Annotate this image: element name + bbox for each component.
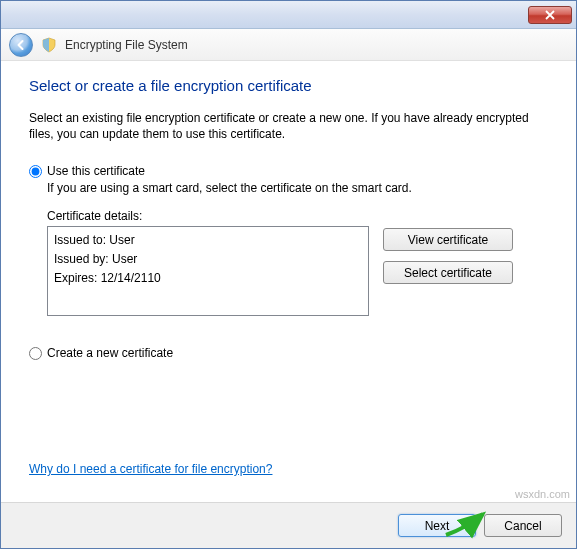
- window-title: Encrypting File System: [65, 38, 188, 52]
- header-strip: Encrypting File System: [1, 29, 576, 61]
- page-heading: Select or create a file encryption certi…: [29, 77, 548, 94]
- page-description: Select an existing file encryption certi…: [29, 110, 548, 142]
- close-button[interactable]: [528, 6, 572, 24]
- view-certificate-button[interactable]: View certificate: [383, 228, 513, 251]
- wizard-window: Encrypting File System Select or create …: [0, 0, 577, 549]
- certificate-details-box: Issued to: User Issued by: User Expires:…: [47, 226, 369, 316]
- radio-use-input[interactable]: [29, 165, 42, 178]
- watermark: wsxdn.com: [515, 488, 570, 500]
- radio-create-input[interactable]: [29, 347, 42, 360]
- option-use-certificate: Use this certificate If you are using a …: [29, 164, 548, 316]
- shield-icon: [41, 37, 57, 53]
- use-certificate-subtext: If you are using a smart card, select th…: [47, 181, 548, 195]
- certificate-details-label: Certificate details:: [47, 209, 548, 223]
- select-certificate-button[interactable]: Select certificate: [383, 261, 513, 284]
- cert-expires: Expires: 12/14/2110: [54, 269, 362, 288]
- footer-bar: Next Cancel: [1, 502, 576, 548]
- next-button[interactable]: Next: [398, 514, 476, 537]
- radio-create-certificate[interactable]: Create a new certificate: [29, 346, 548, 360]
- cert-issued-by: Issued by: User: [54, 250, 362, 269]
- radio-create-label: Create a new certificate: [47, 346, 173, 360]
- titlebar: [1, 1, 576, 29]
- help-link[interactable]: Why do I need a certificate for file enc…: [29, 462, 272, 476]
- option-create-certificate: Create a new certificate: [29, 346, 548, 360]
- cancel-button[interactable]: Cancel: [484, 514, 562, 537]
- back-button[interactable]: [9, 33, 33, 57]
- content-area: Select or create a file encryption certi…: [1, 61, 576, 360]
- radio-use-label: Use this certificate: [47, 164, 145, 178]
- radio-use-certificate[interactable]: Use this certificate: [29, 164, 548, 178]
- certificate-details-area: Certificate details: Issued to: User Iss…: [47, 209, 548, 316]
- close-icon: [545, 10, 555, 20]
- arrow-left-icon: [15, 39, 27, 51]
- cert-issued-to: Issued to: User: [54, 231, 362, 250]
